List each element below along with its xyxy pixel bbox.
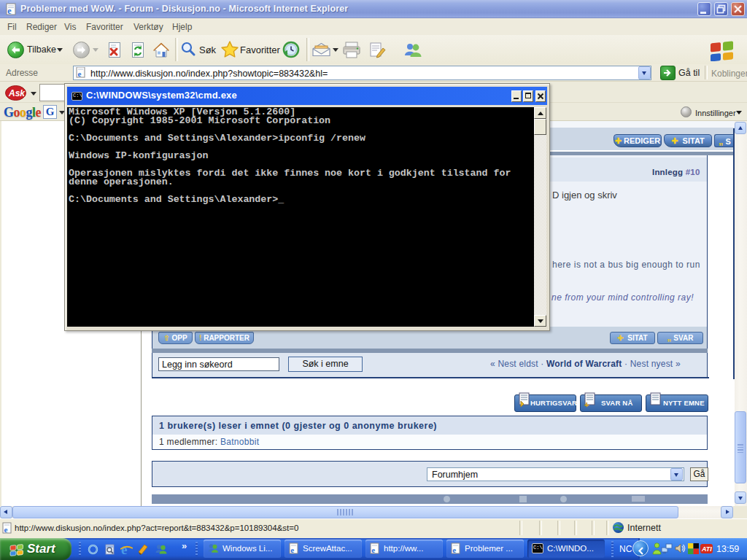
svg-text:Ask: Ask [8, 88, 26, 98]
svg-text:e: e [4, 525, 7, 534]
svg-text:e: e [290, 545, 294, 554]
svg-text:e: e [371, 545, 375, 554]
svg-text:e: e [7, 6, 12, 16]
svg-text:e: e [452, 545, 456, 554]
svg-text:+: + [584, 400, 589, 408]
svg-text:ATI: ATI [701, 545, 712, 553]
svg-text:e: e [77, 69, 81, 78]
svg-text:e: e [121, 542, 127, 556]
